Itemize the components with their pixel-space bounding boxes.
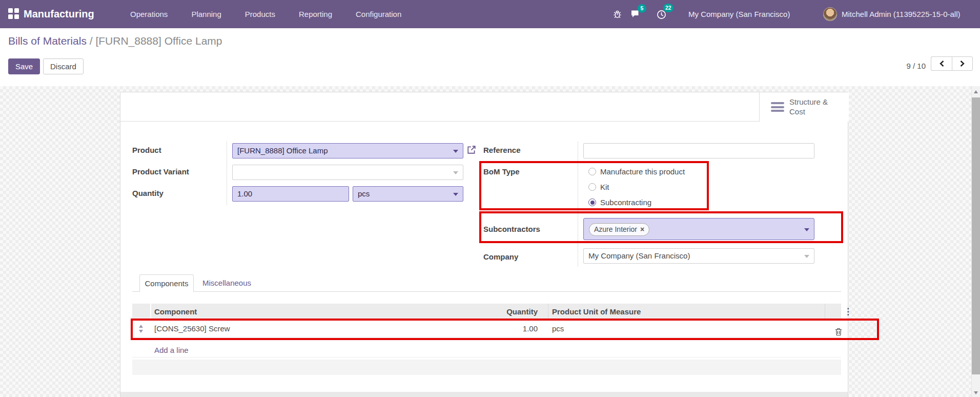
breadcrumb-separator: / — [90, 35, 93, 47]
menu-products[interactable]: Products — [245, 10, 275, 18]
product-variant-field[interactable] — [232, 165, 463, 180]
cell-uom[interactable]: pcs — [552, 320, 564, 337]
radio-unselected-icon[interactable] — [588, 183, 596, 191]
table-header: Component Quantity Product Unit of Measu… — [132, 304, 841, 320]
quantity-label: Quantity — [132, 189, 164, 197]
vertical-scrollbar[interactable] — [971, 86, 980, 397]
scroll-up-icon[interactable] — [974, 90, 978, 93]
menu-reporting[interactable]: Reporting — [299, 10, 332, 18]
pager-previous-button[interactable] — [931, 56, 952, 71]
left-group-separator — [227, 141, 227, 205]
chevron-down-icon[interactable] — [804, 228, 809, 231]
subcontractors-label: Subcontractors — [483, 225, 540, 233]
bom-type-option-manufacture[interactable]: Manufacture this product — [588, 167, 685, 176]
structure-cost-button[interactable]: Structure & Cost — [759, 92, 849, 122]
drag-handle-icon[interactable] — [138, 324, 144, 333]
empty-zebra-row — [132, 360, 841, 375]
table-row-divider — [132, 357, 841, 358]
button-box-row — [120, 92, 848, 122]
main-menu: Operations Planning Products Reporting C… — [130, 0, 401, 28]
right-group-separator — [578, 141, 578, 267]
pager — [931, 56, 973, 71]
bom-type-option-subcontracting[interactable]: Subcontracting — [588, 198, 651, 207]
apps-grid-icon[interactable] — [8, 8, 19, 19]
content-area: Structure & Cost Product [FURN_8888] Off… — [0, 86, 980, 397]
column-component[interactable]: Component — [154, 304, 197, 320]
breadcrumb-current: [FURN_8888] Office Lamp — [95, 35, 222, 47]
menu-operations[interactable]: Operations — [130, 10, 168, 18]
control-panel: Bills of Materials / [FURN_8888] Office … — [0, 28, 980, 86]
form-sheet: Structure & Cost Product [FURN_8888] Off… — [120, 92, 848, 397]
breadcrumb-parent-link[interactable]: Bills of Materials — [8, 35, 87, 47]
radio-selected-icon[interactable] — [588, 198, 596, 206]
scrollbar-thumb[interactable] — [972, 97, 980, 374]
cell-quantity[interactable]: 1.00 — [440, 320, 538, 337]
discard-button[interactable]: Discard — [43, 58, 84, 74]
quantity-uom-select[interactable]: pcs — [353, 186, 463, 202]
table-row[interactable]: [CONS_25630] Screw 1.00 pcs — [132, 320, 841, 338]
delete-row-icon[interactable] — [835, 325, 842, 342]
reference-input[interactable] — [583, 143, 814, 158]
messages-badge: 5 — [638, 4, 646, 13]
cell-component[interactable]: [CONS_25630] Screw — [154, 320, 230, 337]
user-menu[interactable]: Mitchell Admin (11395225-15-0-all) — [842, 0, 961, 28]
quantity-input[interactable]: 1.00 — [232, 186, 349, 202]
open-record-external-link-icon[interactable] — [467, 145, 476, 156]
tab-components[interactable]: Components — [139, 274, 194, 292]
chevron-right-icon — [960, 61, 965, 67]
column-uom[interactable]: Product Unit of Measure — [552, 304, 641, 320]
subcontractors-field[interactable]: Azure Interior× — [583, 218, 814, 240]
company-switcher[interactable]: My Company (San Francisco) — [688, 0, 790, 28]
save-button[interactable]: Save — [8, 58, 40, 74]
remove-tag-icon[interactable]: × — [640, 225, 644, 233]
app-title[interactable]: Manufacturing — [24, 0, 94, 28]
activities-badge: 22 — [663, 4, 673, 12]
bom-type-label: BoM Type — [483, 167, 520, 176]
menu-planning[interactable]: Planning — [191, 10, 221, 18]
chevron-down-icon[interactable] — [453, 171, 458, 174]
chevron-down-icon[interactable] — [453, 150, 458, 153]
debug-bug-icon[interactable] — [613, 10, 622, 21]
radio-unselected-icon[interactable] — [588, 168, 596, 175]
notebook-divider — [132, 291, 841, 292]
pager-counter: 9 / 10 — [885, 62, 926, 70]
company-field[interactable]: My Company (San Francisco) — [583, 248, 814, 264]
structure-cost-icon — [771, 102, 784, 114]
top-navbar: Manufacturing Operations Planning Produc… — [0, 0, 980, 28]
chevron-down-icon[interactable] — [453, 193, 458, 196]
chevron-down-icon[interactable] — [804, 255, 809, 258]
structure-cost-label: Structure & Cost — [789, 97, 828, 116]
tab-miscellaneous[interactable]: Miscellaneous — [202, 279, 251, 287]
reference-label: Reference — [483, 146, 521, 154]
scroll-down-icon[interactable] — [974, 391, 978, 394]
product-label: Product — [132, 146, 161, 154]
user-avatar[interactable] — [823, 7, 837, 21]
sheet-footer-strip — [120, 392, 848, 397]
pager-next-button[interactable] — [952, 56, 973, 71]
menu-configuration[interactable]: Configuration — [356, 10, 401, 18]
optional-columns-icon[interactable]: ⋮ — [844, 304, 852, 320]
company-label: Company — [483, 252, 518, 261]
column-quantity[interactable]: Quantity — [440, 304, 538, 320]
add-a-line-link[interactable]: Add a line — [154, 346, 189, 354]
bom-type-option-kit[interactable]: Kit — [588, 183, 609, 191]
subcontractor-tag[interactable]: Azure Interior× — [589, 223, 649, 236]
chevron-left-icon — [940, 61, 944, 67]
breadcrumb: Bills of Materials / [FURN_8888] Office … — [8, 35, 222, 47]
product-field[interactable]: [FURN_8888] Office Lamp — [232, 143, 463, 158]
product-variant-label: Product Variant — [132, 167, 189, 176]
